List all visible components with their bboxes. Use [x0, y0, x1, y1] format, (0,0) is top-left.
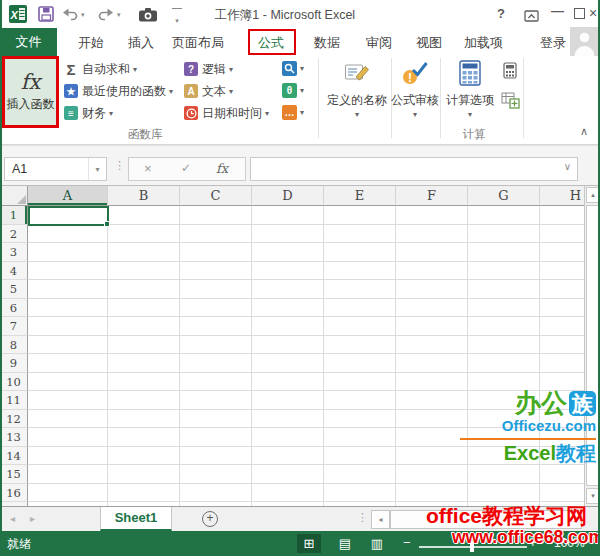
cell-A13[interactable] — [28, 428, 108, 447]
normal-view-icon[interactable]: ⊞ — [297, 534, 321, 553]
autosum-button[interactable]: Σ 自动求和▾ — [64, 59, 137, 79]
calculate-sheet-button[interactable] — [501, 92, 520, 113]
undo-icon[interactable] — [62, 8, 78, 21]
column-header-C[interactable]: C — [180, 186, 252, 206]
cell-E5[interactable] — [324, 280, 396, 299]
cell-A8[interactable] — [28, 336, 108, 355]
cell-H15[interactable] — [540, 465, 584, 484]
cell-A12[interactable] — [28, 410, 108, 429]
cell-F14[interactable] — [396, 447, 468, 466]
cell-A3[interactable] — [28, 243, 108, 262]
tab-data[interactable]: 数据 — [314, 34, 340, 52]
cell-C13[interactable] — [180, 428, 252, 447]
cell-G8[interactable] — [468, 336, 540, 355]
row-header-3[interactable]: 3 — [0, 243, 28, 262]
cell-D9[interactable] — [252, 354, 324, 373]
cell-C2[interactable] — [180, 225, 252, 244]
prev-sheet-icon[interactable]: ◂ — [10, 513, 15, 524]
cell-E6[interactable] — [324, 299, 396, 318]
cell-E8[interactable] — [324, 336, 396, 355]
ribbon-display-options-icon[interactable] — [524, 8, 539, 26]
cell-C6[interactable] — [180, 299, 252, 318]
cell-A11[interactable] — [28, 391, 108, 410]
undo-dropdown-icon[interactable]: ▾ — [81, 11, 85, 19]
tab-insert[interactable]: 插入 — [128, 34, 154, 52]
cell-G7[interactable] — [468, 317, 540, 336]
cell-E10[interactable] — [324, 373, 396, 392]
cell-G1[interactable] — [468, 206, 540, 225]
cell-B14[interactable] — [108, 447, 180, 466]
camera-icon[interactable] — [138, 7, 158, 22]
cell-D8[interactable] — [252, 336, 324, 355]
cell-E14[interactable] — [324, 447, 396, 466]
defined-names-button[interactable]: 定义的名称 ▾ — [325, 60, 389, 119]
cell-G9[interactable] — [468, 354, 540, 373]
cell-F7[interactable] — [396, 317, 468, 336]
cell-D10[interactable] — [252, 373, 324, 392]
cell-A14[interactable] — [28, 447, 108, 466]
cell-C4[interactable] — [180, 262, 252, 281]
calculation-options-button[interactable]: 计算选项 ▾ — [441, 60, 499, 119]
cell-B15[interactable] — [108, 465, 180, 484]
sheet-tab-sheet1[interactable]: Sheet1 — [100, 507, 172, 531]
cell-A5[interactable] — [28, 280, 108, 299]
column-header-D[interactable]: D — [252, 186, 324, 206]
recent-functions-button[interactable]: ★ 最近使用的函数▾ — [64, 81, 173, 101]
cell-D16[interactable] — [252, 484, 324, 503]
minimize-icon[interactable]: — — [551, 3, 564, 18]
cell-D15[interactable] — [252, 465, 324, 484]
fill-handle[interactable] — [104, 221, 110, 227]
sign-in-link[interactable]: 登录 — [540, 34, 566, 52]
cell-F12[interactable] — [396, 410, 468, 429]
cell-E2[interactable] — [324, 225, 396, 244]
cell-F5[interactable] — [396, 280, 468, 299]
cell-H16[interactable] — [540, 484, 584, 503]
row-header-2[interactable]: 2 — [0, 225, 28, 244]
cell-F9[interactable] — [396, 354, 468, 373]
maximize-icon[interactable] — [574, 8, 585, 19]
cell-F10[interactable] — [396, 373, 468, 392]
formula-input[interactable]: ∨ — [250, 157, 578, 181]
cell-A2[interactable] — [28, 225, 108, 244]
formula-auditing-button[interactable]: ! 公式审核 ▾ — [391, 60, 439, 119]
cell-G6[interactable] — [468, 299, 540, 318]
name-box-dropdown-icon[interactable]: ▾ — [88, 158, 106, 180]
tab-page-layout[interactable]: 页面布局 — [172, 34, 224, 52]
cell-C12[interactable] — [180, 410, 252, 429]
cell-B5[interactable] — [108, 280, 180, 299]
cell-F2[interactable] — [396, 225, 468, 244]
cell-H2[interactable] — [540, 225, 584, 244]
cell-D13[interactable] — [252, 428, 324, 447]
cell-D11[interactable] — [252, 391, 324, 410]
cell-A7[interactable] — [28, 317, 108, 336]
cell-B1[interactable] — [108, 206, 180, 225]
row-header-12[interactable]: 12 — [0, 410, 28, 429]
cell-C14[interactable] — [180, 447, 252, 466]
column-header-H[interactable]: H — [540, 186, 584, 206]
cell-B6[interactable] — [108, 299, 180, 318]
cell-D12[interactable] — [252, 410, 324, 429]
cell-H7[interactable] — [540, 317, 584, 336]
cell-B12[interactable] — [108, 410, 180, 429]
cell-G2[interactable] — [468, 225, 540, 244]
row-header-14[interactable]: 14 — [0, 447, 28, 466]
cell-F1[interactable] — [396, 206, 468, 225]
math-trig-button[interactable]: θ▾ — [282, 80, 304, 100]
row-header-15[interactable]: 15 — [0, 465, 28, 484]
cell-F3[interactable] — [396, 243, 468, 262]
row-header-10[interactable]: 10 — [0, 373, 28, 392]
cell-F4[interactable] — [396, 262, 468, 281]
financial-button[interactable]: ≡ 财务▾ — [64, 103, 113, 123]
cell-B10[interactable] — [108, 373, 180, 392]
cell-D5[interactable] — [252, 280, 324, 299]
cell-E1[interactable] — [324, 206, 396, 225]
tab-file[interactable]: 文件 — [0, 28, 57, 56]
cell-B11[interactable] — [108, 391, 180, 410]
cell-E16[interactable] — [324, 484, 396, 503]
cell-B16[interactable] — [108, 484, 180, 503]
cell-H4[interactable] — [540, 262, 584, 281]
cancel-icon[interactable]: × — [144, 161, 152, 176]
tab-view[interactable]: 视图 — [416, 34, 442, 52]
logical-button[interactable]: ? 逻辑▾ — [184, 59, 233, 79]
cell-B9[interactable] — [108, 354, 180, 373]
